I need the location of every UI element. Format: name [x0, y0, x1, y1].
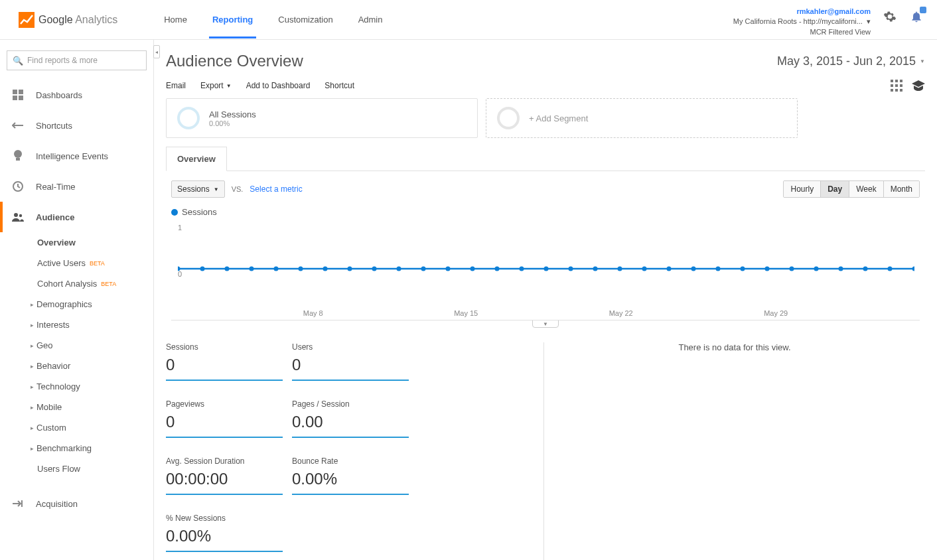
sidebar-search[interactable]: 🔍	[7, 50, 147, 70]
sub-benchmarking[interactable]: ▸Benchmarking	[37, 438, 153, 458]
action-export[interactable]: Export▼	[200, 80, 232, 92]
y-tick-1: 1	[178, 224, 182, 232]
svg-point-42	[741, 267, 745, 271]
action-add-dashboard[interactable]: Add to Dashboard	[246, 80, 311, 92]
svg-point-32	[495, 267, 500, 271]
sub-behavior[interactable]: ▸Behavior	[37, 356, 153, 376]
shortcuts-icon	[12, 119, 24, 131]
action-shortcut[interactable]: Shortcut	[324, 80, 354, 92]
nav-home[interactable]: Home	[164, 1, 187, 38]
sidebar: ◂ 🔍 Dashboards Shortcuts Intelligence Ev…	[0, 40, 154, 560]
sub-custom[interactable]: ▸Custom	[37, 417, 153, 438]
svg-point-36	[593, 267, 598, 271]
sub-active-users[interactable]: Active UsersBETA	[37, 253, 153, 273]
chevron-down-icon: ▼	[226, 83, 232, 89]
svg-point-8	[14, 213, 18, 217]
sidebar-collapse-handle[interactable]: ◂	[153, 45, 160, 58]
audience-subitems: Overview Active UsersBETA Cohort Analysi…	[0, 232, 153, 479]
nav-admin[interactable]: Admin	[358, 1, 383, 38]
sidebar-item-audience[interactable]: Audience	[0, 202, 153, 232]
sidebar-label: Intelligence Events	[36, 151, 108, 161]
stat-bounce[interactable]: Bounce Rate0.00%	[292, 456, 418, 514]
svg-point-33	[520, 267, 524, 271]
chart-expand-handle[interactable]: ▼	[532, 320, 559, 328]
sub-interests[interactable]: ▸Interests	[37, 315, 153, 335]
stat-pages-session[interactable]: Pages / Session0.00	[292, 399, 418, 456]
svg-point-41	[716, 267, 721, 271]
gran-day[interactable]: Day	[820, 181, 849, 197]
date-range-picker[interactable]: May 3, 2015 - Jun 2, 2015▼	[777, 54, 925, 68]
gran-week[interactable]: Week	[849, 181, 883, 197]
header-right: rmkahler@gmail.com My California Roots -…	[733, 7, 924, 37]
svg-rect-10	[891, 80, 893, 82]
svg-point-24	[299, 267, 303, 271]
education-icon[interactable]	[912, 80, 925, 91]
stat-sessions[interactable]: Sessions0	[166, 342, 292, 399]
audience-icon	[12, 211, 24, 223]
primary-metric-select[interactable]: Sessions▼	[171, 180, 225, 198]
sidebar-label: Real-Time	[36, 182, 75, 192]
svg-point-48	[888, 267, 893, 271]
gran-hourly[interactable]: Hourly	[784, 181, 820, 197]
notifications-icon[interactable]	[909, 9, 924, 24]
sidebar-item-intelligence[interactable]: Intelligence Events	[0, 141, 153, 171]
chart-area: Sessions 1 0 May 8 May 15 May 22 May 29 …	[166, 207, 925, 342]
sidebar-label: Dashboards	[36, 90, 82, 100]
stat-avg-duration[interactable]: Avg. Session Duration00:00:00	[166, 456, 292, 514]
action-email[interactable]: Email	[166, 80, 186, 92]
stat-users[interactable]: Users0	[292, 342, 418, 399]
x-tick: May 29	[764, 309, 788, 317]
grid-view-icon[interactable]	[891, 80, 902, 92]
svg-rect-14	[895, 84, 898, 87]
svg-point-35	[569, 267, 573, 271]
sidebar-item-shortcuts[interactable]: Shortcuts	[0, 110, 153, 141]
svg-rect-4	[19, 96, 23, 100]
svg-point-30	[446, 267, 451, 271]
svg-rect-17	[895, 89, 898, 92]
sub-overview[interactable]: Overview	[37, 232, 153, 253]
notification-badge	[920, 7, 926, 13]
sidebar-item-realtime[interactable]: Real-Time	[0, 171, 153, 202]
svg-point-5	[14, 150, 22, 158]
svg-point-40	[691, 267, 696, 271]
sub-demographics[interactable]: ▸Demographics	[37, 294, 153, 315]
secondary-metric-select[interactable]: Select a metric	[250, 184, 302, 194]
svg-rect-12	[900, 80, 902, 82]
svg-point-29	[421, 267, 426, 271]
account-selector[interactable]: rmkahler@gmail.com My California Roots -…	[733, 7, 871, 37]
sidebar-item-dashboards[interactable]: Dashboards	[0, 80, 153, 110]
segment-all-sessions[interactable]: All Sessions 0.00%	[166, 98, 478, 138]
segment-name: All Sessions	[209, 109, 256, 119]
svg-point-26	[348, 267, 352, 271]
svg-rect-6	[16, 158, 20, 161]
search-input[interactable]	[27, 56, 141, 65]
sub-cohort[interactable]: Cohort AnalysisBETA	[37, 273, 153, 294]
nav-reporting[interactable]: Reporting	[212, 1, 253, 38]
page-title: Audience Overview	[166, 52, 303, 70]
tab-strip: Overview	[166, 146, 925, 171]
sidebar-label: Audience	[36, 212, 75, 222]
tab-overview[interactable]: Overview	[166, 147, 227, 171]
sub-technology[interactable]: ▸Technology	[37, 376, 153, 397]
chevron-down-icon: ▼	[920, 58, 925, 64]
sidebar-item-acquisition[interactable]: Acquisition	[0, 488, 153, 519]
svg-point-47	[863, 267, 868, 271]
sub-geo[interactable]: ▸Geo	[37, 335, 153, 356]
logo[interactable]: Google Analytics	[19, 12, 117, 28]
add-segment-button[interactable]: + Add Segment	[486, 98, 798, 138]
gran-month[interactable]: Month	[883, 181, 919, 197]
svg-point-37	[618, 267, 622, 271]
stat-new-sessions[interactable]: % New Sessions0.00%	[166, 514, 292, 560]
line-chart[interactable]: 1 0 May 8 May 15 May 22 May 29	[171, 221, 920, 320]
settings-icon[interactable]	[883, 9, 897, 24]
search-icon: 🔍	[13, 56, 23, 66]
x-tick: May 8	[303, 309, 323, 317]
svg-point-45	[814, 267, 819, 271]
svg-point-34	[544, 267, 549, 271]
nav-customization[interactable]: Customization	[278, 1, 332, 38]
account-property: My California Roots - http://mycaliforni…	[733, 17, 871, 27]
sub-users-flow[interactable]: Users Flow	[37, 458, 153, 479]
sub-mobile[interactable]: ▸Mobile	[37, 397, 153, 417]
svg-rect-15	[900, 84, 902, 87]
stat-pageviews[interactable]: Pageviews0	[166, 399, 292, 456]
